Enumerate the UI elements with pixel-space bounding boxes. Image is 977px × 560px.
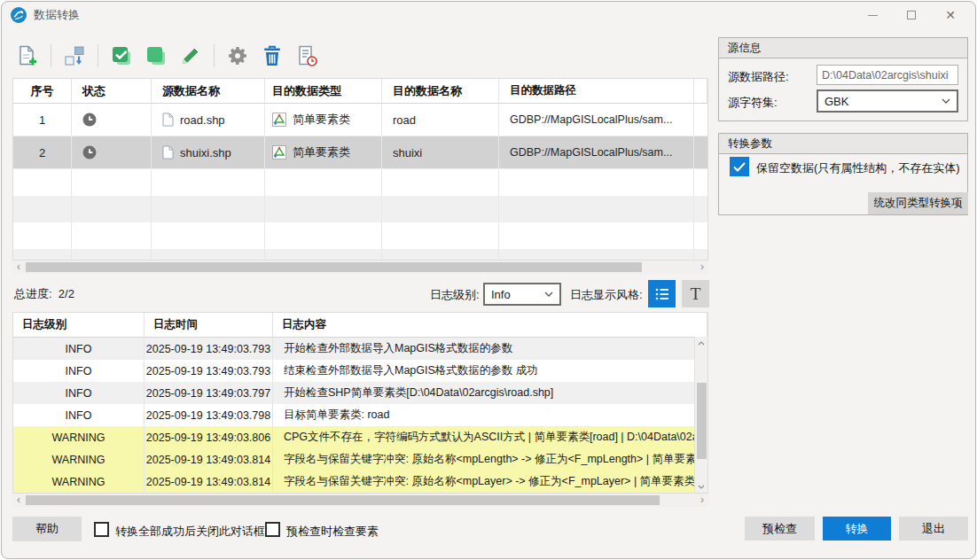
toolbar-separator [214,44,215,67]
view-log-button[interactable] [293,43,320,69]
minimize-icon [868,15,878,16]
title-bar: 数据转换 ✕ [2,2,975,28]
source-path-input[interactable]: D:\04Data\02arcgis\shuixi [817,65,958,85]
settings-button[interactable] [224,43,251,69]
close-on-success-checkbox[interactable] [94,522,109,537]
batch-set-destination-button[interactable] [61,43,88,69]
table-row-selected[interactable]: 2 shuixi.shp shuixi.shp 简单要素类 shuixi GDB… [13,136,707,169]
log-row[interactable]: INFO 2025-09-19 13:49:03.793 结束检查外部数据导入M… [13,360,707,382]
column-header-dest-name[interactable]: 目的数据名称 [382,79,499,104]
log-time: 2025-09-19 13:49:03.806 [145,426,273,448]
check-all-button[interactable] [108,43,135,69]
text-style-icon: T [691,284,701,304]
log-time: 2025-09-19 13:49:03.793 [145,360,273,382]
scroll-up-icon[interactable] [695,337,707,349]
log-level-select[interactable]: Info [483,283,561,306]
log-row-warning[interactable]: WARNING 2025-09-19 13:49:03.806 CPG文件不存在… [13,426,707,448]
log-content: 字段名与保留关键字冲突: 原始名称<mpLength> -> 修正为<F_mpL… [273,448,707,471]
row-dest-path: GDBP://MapGISLocalPlus/sam... [499,104,694,136]
precheck-button[interactable]: 预检查 [745,517,815,541]
log-content: 字段名与保留关键字冲突: 原始名称<mpLayer> -> 修正为<F_mpLa… [273,471,707,493]
log-style-list-button[interactable] [648,280,676,307]
scroll-left-icon[interactable]: ‹ [12,494,25,507]
dest-type-label: 简单要素类 [293,112,350,128]
row-filler [694,104,707,136]
vscroll-thumb[interactable] [697,383,707,459]
log-level: INFO [13,338,145,360]
feature-class-icon [272,113,286,127]
precheck-features-checkbox[interactable] [265,522,280,537]
log-column-time[interactable]: 日志时间 [145,313,273,338]
empty-row [13,249,707,261]
edit-button[interactable] [177,43,204,69]
keep-empty-checkbox[interactable] [730,157,749,176]
progress-label: 总进度: [14,287,52,300]
row-source-name: shuixi.shp [152,136,265,168]
progress-value: 2/2 [59,287,74,300]
scroll-left-icon[interactable]: ‹ [12,261,25,274]
row-status [72,136,152,168]
hscroll-thumb[interactable] [26,495,660,505]
column-header-filler [694,79,707,104]
gear-icon [227,45,248,66]
precheck-features-label: 预检查时检查要素 [286,524,379,540]
mapgis-logo-icon [11,7,27,23]
charset-value: GBK [825,95,848,108]
log-row[interactable]: INFO 2025-09-19 13:49:03.793 开始检查外部数据导入M… [13,338,707,360]
close-icon: ✕ [945,9,956,21]
batch-set-destination-icon [63,44,86,67]
log-time: 2025-09-19 13:49:03.814 [145,448,273,471]
log-level: WARNING [13,448,145,471]
source-charset-select[interactable]: GBK [817,89,958,113]
log-row-warning[interactable]: WARNING 2025-09-19 13:49:03.814 字段名与保留关键… [13,471,707,493]
log-history-icon [295,44,318,67]
pending-clock-icon [82,113,97,127]
log-style-text-button[interactable]: T [682,280,709,307]
column-header-index[interactable]: 序号 [13,79,72,104]
exit-button[interactable]: 退出 [899,517,968,541]
source-charset-label: 源字符集: [728,95,778,111]
shp-file-icon [162,145,174,159]
column-header-dest-type[interactable]: 目的数据类型 [265,79,382,104]
empty-row [13,196,707,222]
hscroll-thumb[interactable] [26,262,642,272]
convert-button[interactable]: 转换 [823,517,891,541]
log-time: 2025-09-19 13:49:03.793 [145,338,273,360]
uncheck-all-icon [145,44,168,67]
toolbar [14,41,320,71]
close-button[interactable]: ✕ [931,2,970,28]
row-dest-type: shuixi.shp 简单要素类 [265,136,382,168]
scroll-down-icon[interactable] [695,480,707,493]
convert-params-title: 转换参数 [719,134,967,154]
log-column-content[interactable]: 日志内容 [273,313,707,338]
table-row[interactable]: 1 road.shp 简单要素类 road GDBP://MapGISLocal… [13,104,707,136]
column-header-dest-path[interactable]: 目的数据路径 [499,79,694,104]
scroll-right-icon[interactable]: › [696,261,708,274]
log-row[interactable]: INFO 2025-09-19 13:49:03.797 开始检查SHP简单要素… [13,382,707,404]
minimize-button[interactable] [853,2,892,28]
window-title: 数据转换 [34,7,80,23]
add-data-button[interactable] [14,43,41,69]
pending-clock-icon [82,145,97,159]
log-row-warning[interactable]: WARNING 2025-09-19 13:49:03.814 字段名与保留关键… [13,448,707,471]
log-column-level[interactable]: 日志级别 [13,313,145,338]
log-table-hscrollbar: ‹ › [12,494,708,507]
log-time: 2025-09-19 13:49:03.797 [145,382,273,404]
log-level: INFO [13,404,145,426]
help-button[interactable]: 帮助 [12,517,82,541]
maximize-button[interactable] [892,2,931,28]
column-header-status[interactable]: 状态 [72,79,152,104]
uncheck-all-button[interactable] [143,43,169,69]
scroll-right-icon[interactable]: › [696,494,708,507]
delete-button[interactable] [259,43,285,69]
log-row[interactable]: INFO 2025-09-19 13:49:03.798 目标简单要素类: ro… [13,404,707,426]
column-header-source-name[interactable]: 源数据名称 [152,79,265,104]
log-table: 日志级别 日志时间 日志内容 INFO 2025-09-19 13:49:03.… [12,312,708,494]
log-level: WARNING [13,426,145,448]
log-level-value: Info [491,288,511,301]
source-path-label: 源数据路径: [728,69,789,85]
batch-modify-button[interactable]: 统改同类型转换项 [868,192,968,214]
data-convert-dialog: 数据转换 ✕ [1,1,976,559]
empty-row [13,222,707,249]
row-dest-name: road [382,104,499,136]
